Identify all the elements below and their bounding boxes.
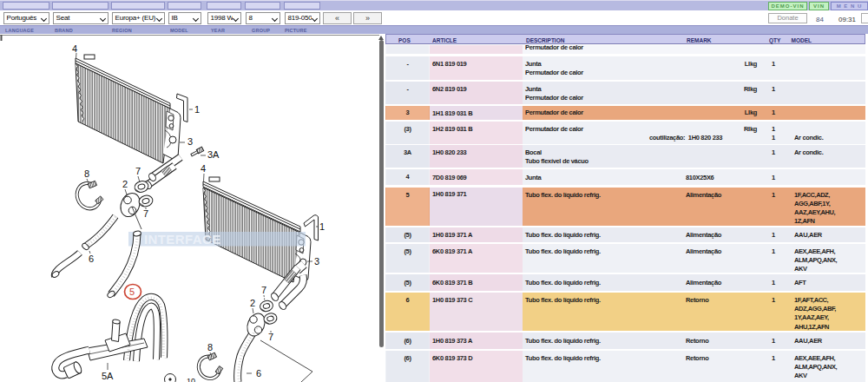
svg-text:5A: 5A: [102, 371, 114, 381]
svg-text:4: 4: [72, 43, 77, 54]
svg-text:6: 6: [256, 368, 261, 379]
svg-text:7: 7: [135, 166, 141, 176]
svg-text:6: 6: [89, 254, 94, 264]
svg-text:7: 7: [268, 332, 273, 342]
svg-text:8: 8: [207, 342, 213, 352]
svg-text:3A: 3A: [207, 149, 220, 160]
svg-text:2: 2: [250, 298, 255, 308]
svg-text:5: 5: [129, 286, 135, 297]
svg-text:7: 7: [143, 208, 148, 219]
svg-text:7: 7: [261, 285, 266, 295]
svg-text:1: 1: [194, 104, 200, 115]
svg-text:1: 1: [319, 221, 325, 232]
svg-text:10: 10: [187, 377, 195, 382]
svg-text:8: 8: [84, 168, 89, 179]
svg-text:3: 3: [187, 136, 193, 147]
svg-text:INTERFACE: INTERFACE: [144, 232, 221, 247]
svg-text:2: 2: [122, 179, 128, 189]
svg-text:3: 3: [314, 256, 319, 267]
svg-text:4: 4: [201, 163, 206, 174]
